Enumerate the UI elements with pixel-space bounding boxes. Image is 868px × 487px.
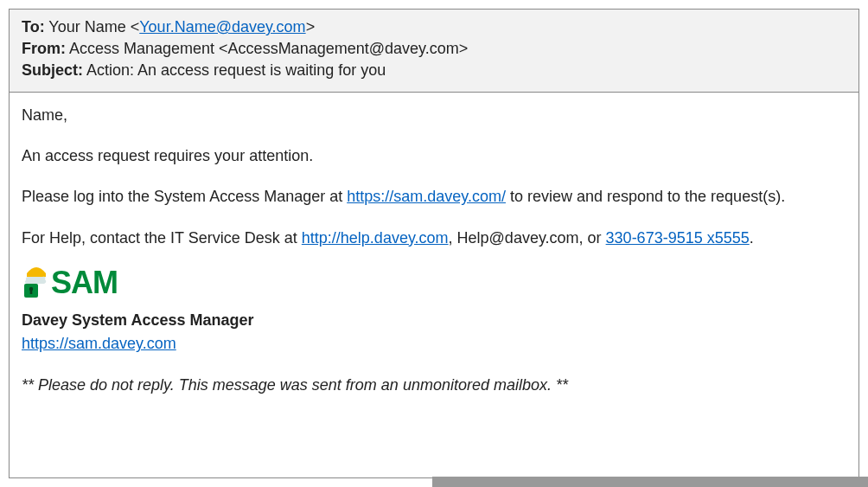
body-line2: Please log into the System Access Manage… (22, 186, 846, 208)
signature-url[interactable]: https://sam.davey.com (22, 335, 176, 352)
header-from-line: From: Access Management <AccessManagemen… (22, 40, 846, 58)
phone-link[interactable]: 330-673-9515 x5555 (606, 229, 750, 247)
signature-name: Davey System Access Manager (22, 310, 846, 331)
body-line3: For Help, contact the IT Service Desk at… (22, 227, 846, 249)
body-line2b: to review and respond to the request(s). (506, 188, 785, 205)
svg-rect-2 (30, 289, 33, 294)
body-line2a: Please log into the System Access Manage… (22, 188, 347, 205)
footer-note: ** Please do not reply. This message was… (22, 375, 846, 396)
body-line3b: , Help@davey.com, or (449, 229, 606, 247)
email-body: Name, An access request requires your at… (10, 93, 858, 405)
to-close: > (306, 18, 316, 35)
greeting: Name, (22, 105, 846, 126)
sam-logo-text: SAM (51, 261, 118, 304)
signature-link: https://sam.davey.com (22, 333, 846, 355)
subject-value: Action: An access request is waiting for… (86, 61, 386, 79)
shadow-bar (432, 477, 868, 487)
sam-logo: SAM (22, 261, 118, 304)
email-header: To: Your Name <Your.Name@davey.com> From… (10, 10, 858, 93)
from-value: Access Management <AccessManagement@dave… (69, 40, 468, 57)
subject-label: Subject: (22, 61, 83, 79)
to-email-link[interactable]: Your.Name@davey.com (139, 18, 305, 35)
to-name: Your Name < (48, 18, 139, 35)
header-subject-line: Subject: Action: An access request is wa… (22, 61, 846, 80)
header-to-line: To: Your Name <Your.Name@davey.com> (22, 18, 846, 36)
body-line1: An access request requires your attentio… (22, 145, 846, 167)
body-line3c: . (750, 229, 754, 247)
sam-url-link[interactable]: https://sam.davey.com/ (347, 188, 506, 205)
from-label: From: (22, 40, 66, 57)
body-line3a: For Help, contact the IT Service Desk at (22, 229, 302, 247)
email-container: To: Your Name <Your.Name@davey.com> From… (9, 9, 859, 478)
to-label: To: (22, 18, 45, 35)
help-url-link[interactable]: http://help.davey.com (302, 229, 449, 247)
lock-hardhat-icon (22, 265, 51, 301)
